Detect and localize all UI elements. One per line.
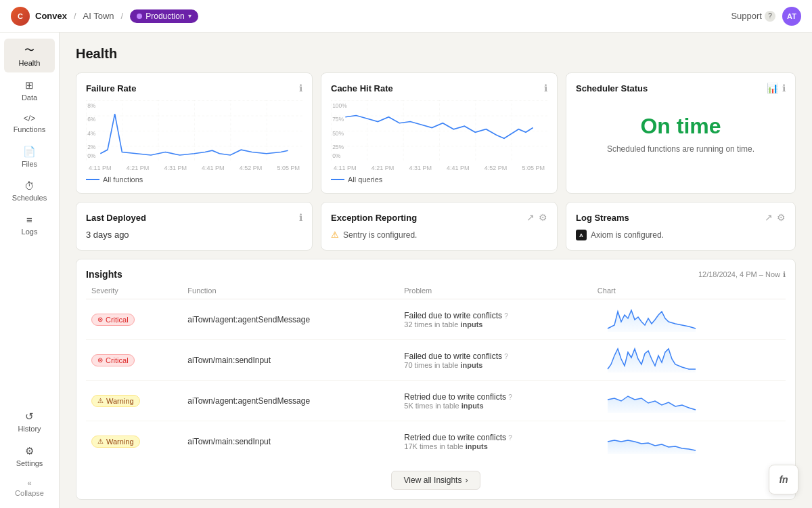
cache-hit-rate-info-icon[interactable]: ℹ — [544, 83, 547, 93]
problem-sub: 70 times in table inputs — [404, 361, 587, 369]
problem-cell: Retried due to write conflicts ? 5K time… — [399, 381, 592, 421]
view-all-button[interactable]: View all Insights › — [391, 471, 481, 490]
severity-cell: ⚠ Warning — [86, 421, 182, 462]
sidebar-label-schedules: Schedules — [12, 194, 47, 202]
last-deployed-card: Last Deployed ℹ 3 days ago — [76, 202, 313, 251]
sidebar-item-settings[interactable]: ⚙ Settings — [4, 440, 55, 473]
problem-sub: 32 times in table inputs — [404, 320, 587, 329]
x-label: 4:11 PM — [89, 165, 112, 171]
cache-hit-rate-title: Cache Hit Rate — [331, 83, 393, 93]
external-link-icon[interactable]: ↗ — [526, 212, 535, 223]
problem-sub: 5K times in table inputs — [404, 402, 587, 410]
sidebar-label-functions: Functions — [14, 125, 46, 133]
problem-text: Retried due to write conflicts ? — [404, 433, 587, 442]
sidebar-item-logs[interactable]: ≡ Logs — [4, 209, 55, 241]
scheduler-header-icons: 📊 ℹ — [767, 83, 786, 93]
env-label: Production — [145, 12, 184, 21]
last-deployed-header: Last Deployed ℹ — [86, 212, 302, 223]
severity-icon: ⊗ — [97, 316, 103, 323]
collapse-button[interactable]: « Collapse — [0, 473, 59, 503]
col-problem: Problem — [399, 287, 592, 299]
svg-text:50%: 50% — [332, 130, 344, 137]
svg-text:75%: 75% — [332, 116, 344, 123]
problem-cell: Failed due to write conflicts ? 70 times… — [399, 340, 592, 381]
collapse-arrows-icon: « — [27, 479, 31, 487]
problem-info-icon[interactable]: ? — [508, 394, 512, 401]
cache-hit-rate-chart: 100% 75% 50% 25% 0% — [331, 100, 547, 161]
scheduler-info-icon[interactable]: ℹ — [782, 83, 786, 93]
legend-line — [86, 179, 99, 180]
page-title: Health — [76, 46, 796, 62]
sidebar: 〜 Health ⊞ Data </> Functions 📄 Files ⏱ … — [0, 33, 60, 508]
fn-button[interactable]: fn — [769, 465, 798, 494]
exception-status-text: Sentry is configured. — [343, 230, 417, 240]
sidebar-label-settings: Settings — [16, 459, 43, 467]
settings-icon: ⚙ — [25, 445, 34, 457]
log-streams-status: A Axiom is configured. — [576, 230, 786, 240]
log-settings-gear-icon[interactable]: ⚙ — [777, 212, 786, 223]
exception-reporting-title: Exception Reporting — [331, 213, 417, 223]
failure-rate-legend: All functions — [86, 175, 302, 184]
x-label: 4:41 PM — [202, 165, 225, 171]
data-icon: ⊞ — [25, 79, 34, 91]
support-link[interactable]: Support ? — [731, 11, 775, 22]
problem-text: Retried due to write conflicts ? — [404, 392, 587, 402]
x-label: 4:31 PM — [164, 165, 187, 171]
sidebar-item-data[interactable]: ⊞ Data — [4, 74, 55, 107]
sidebar-item-schedules[interactable]: ⏱ Schedules — [4, 175, 55, 207]
sidebar-spacer — [0, 242, 59, 404]
cache-hit-rate-x-labels: 4:11 PM 4:21 PM 4:31 PM 4:41 PM 4:52 PM … — [331, 165, 547, 171]
insights-table: Severity Function Problem Chart ⊗ Critic… — [86, 287, 786, 461]
avatar[interactable]: AT — [782, 7, 801, 26]
problem-cell: Failed due to write conflicts ? 32 times… — [399, 299, 592, 340]
topbar-left: C Convex / AI Town / Production ▾ — [11, 7, 198, 26]
insights-date: 12/18/2024, 4 PM – Now ℹ — [698, 270, 786, 279]
failure-rate-info-icon[interactable]: ℹ — [299, 83, 302, 93]
insights-header: Insights 12/18/2024, 4 PM – Now ℹ — [86, 269, 786, 280]
main-content: Health Failure Rate ℹ — [60, 33, 812, 508]
insight-sparkline — [597, 345, 706, 373]
svg-text:2%: 2% — [87, 144, 96, 150]
env-dot — [137, 14, 142, 19]
project-name: AI Town — [83, 11, 114, 21]
exception-reporting-card: Exception Reporting ↗ ⚙ ⚠ Sentry is conf… — [321, 202, 558, 251]
problem-info-icon[interactable]: ? — [508, 434, 512, 442]
scheduler-subtitle: Scheduled functions are running on time. — [576, 144, 786, 154]
cache-hit-rate-header: Cache Hit Rate ℹ — [331, 83, 547, 93]
convex-logo: C — [11, 7, 30, 26]
severity-icon: ⚠ — [97, 397, 104, 404]
table-name: inputs — [460, 320, 482, 329]
legend-label: All queries — [348, 175, 382, 184]
problem-info-icon[interactable]: ? — [504, 353, 508, 360]
sidebar-item-files[interactable]: 📄 Files — [4, 140, 55, 173]
x-label: 5:05 PM — [522, 165, 545, 171]
sidebar-item-health[interactable]: 〜 Health — [4, 39, 55, 72]
log-streams-status-text: Axiom is configured. — [591, 230, 664, 240]
health-icon: 〜 — [24, 44, 35, 57]
table-name: inputs — [460, 361, 482, 369]
insights-card: Insights 12/18/2024, 4 PM – Now ℹ Severi… — [76, 259, 796, 500]
insights-info-icon[interactable]: ℹ — [783, 270, 786, 279]
env-badge[interactable]: Production ▾ — [130, 9, 198, 23]
sidebar-item-history[interactable]: ↺ History — [4, 405, 55, 438]
svg-rect-6 — [331, 100, 547, 161]
x-label: 4:31 PM — [409, 165, 432, 171]
history-icon: ↺ — [25, 410, 34, 423]
log-streams-card: Log Streams ↗ ⚙ A Axiom is configured. — [566, 202, 796, 251]
problem-info-icon[interactable]: ? — [504, 312, 508, 320]
last-deployed-info-icon[interactable]: ℹ — [299, 212, 302, 223]
failure-rate-card: Failure Rate ℹ 8% 6% 4% — [76, 72, 313, 194]
logs-icon: ≡ — [26, 214, 32, 226]
breadcrumb-slash: / — [74, 11, 76, 21]
sidebar-item-functions[interactable]: </> Functions — [4, 108, 55, 139]
chart-bar-icon[interactable]: 📊 — [767, 83, 778, 93]
axiom-icon: A — [576, 230, 587, 240]
function-cell: aiTown/agent:agentSendMessage — [182, 299, 399, 340]
cache-hit-rate-legend: All queries — [331, 175, 547, 184]
function-cell: aiTown/agent:agentSendMessage — [182, 381, 399, 421]
failure-rate-chart: 8% 6% 4% 2% 0% — [86, 100, 302, 161]
log-external-link-icon[interactable]: ↗ — [765, 212, 773, 223]
x-label: 4:11 PM — [334, 165, 357, 171]
exception-header-icons: ↗ ⚙ — [526, 212, 547, 223]
settings-gear-icon[interactable]: ⚙ — [539, 212, 547, 223]
